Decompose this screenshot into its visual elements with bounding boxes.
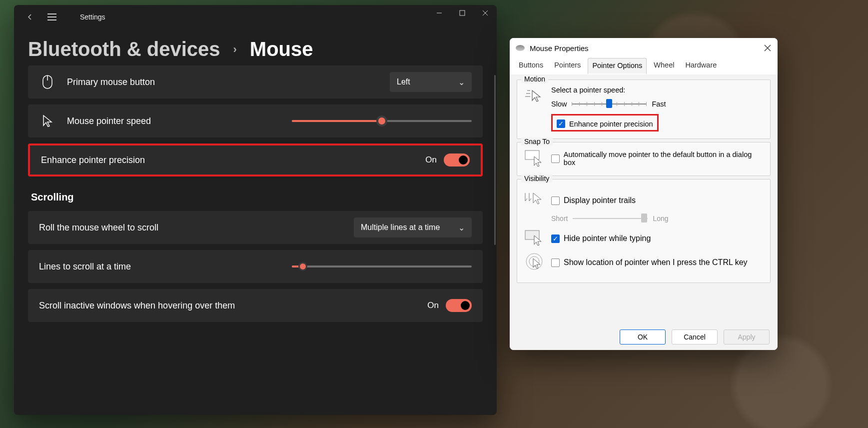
pointer-trails-icon [524,190,544,210]
snapto-label: Automatically move pointer to the defaul… [564,150,763,166]
cancel-button[interactable]: Cancel [672,330,718,344]
enhance-precision-highlight: Enhance pointer precision [551,114,659,132]
titlebar: Settings [14,5,497,29]
slow-label: Slow [551,100,567,108]
hide-typing-checkbox[interactable] [551,234,560,243]
dialog-title: Mouse Properties [530,44,589,52]
trails-slider [573,214,648,224]
primary-button-value: Left [397,78,410,86]
group-motion: Motion Select a pointer speed: Slow Fas [517,80,771,139]
roll-wheel-select[interactable]: Multiple lines at a time ⌄ [354,218,472,238]
trails-label: Display pointer trails [564,196,636,205]
pointer-motion-icon [524,86,544,106]
apply-button[interactable]: Apply [724,330,770,344]
maximize-button[interactable] [451,5,474,21]
group-motion-title: Motion [521,75,548,83]
tab-buttons[interactable]: Buttons [515,58,547,74]
trails-short-label: Short [551,214,568,222]
enhance-precision-checkbox[interactable] [557,120,565,128]
slider-thumb[interactable] [298,262,307,271]
roll-wheel-label: Roll the mouse wheel to scroll [39,222,343,233]
breadcrumb-current: Mouse [250,38,313,60]
tab-pointer-options[interactable]: Pointer Options [588,58,647,74]
primary-button-select[interactable]: Left ⌄ [390,72,472,92]
settings-window: Settings Bluetooth & devices › Mouse Pri… [14,5,497,415]
dialog-tabs: Buttons Pointers Pointer Options Wheel H… [510,58,778,74]
tab-wheel[interactable]: Wheel [650,58,678,74]
pointer-speed-select-label: Select a pointer speed: [551,86,763,94]
back-button[interactable] [24,11,36,23]
hide-typing-icon [524,228,544,248]
window-title: Settings [80,13,105,21]
minimize-button[interactable] [428,5,451,21]
scrollbar[interactable] [494,75,496,245]
primary-button-label: Primary mouse button [67,77,379,88]
snapto-icon [524,148,544,168]
scroll-inactive-label: Scroll inactive windows when hovering ov… [39,300,416,311]
ctrl-locate-checkbox[interactable] [551,258,560,267]
svg-rect-3 [525,150,539,160]
pointer-speed-label: Mouse pointer speed [67,116,281,126]
slider-thumb[interactable] [376,116,387,126]
close-button[interactable] [474,5,497,21]
hamburger-menu-icon[interactable] [46,11,58,23]
roll-wheel-value: Multiple lines at a time [361,223,440,232]
pointer-speed-dialog-slider[interactable] [572,99,647,109]
mouse-properties-dialog: Mouse Properties Buttons Pointers Pointe… [510,38,778,350]
ok-button[interactable]: OK [620,330,666,344]
cursor-icon [39,114,56,128]
dialog-footer: OK Cancel Apply [510,324,778,350]
row-roll-wheel: Roll the mouse wheel to scroll Multiple … [28,211,483,244]
slider-thumb[interactable] [606,99,612,108]
lines-scroll-label: Lines to scroll at a time [39,262,281,272]
group-snapto-title: Snap To [521,138,553,146]
chevron-right-icon: › [233,43,237,56]
enhance-precision-label: Enhance pointer precision [41,155,414,166]
chevron-down-icon: ⌄ [458,78,465,87]
dialog-close-button[interactable] [762,42,774,54]
group-visibility: Visibility Display pointer trails Short … [517,179,771,283]
group-visibility-title: Visibility [521,174,552,182]
scroll-inactive-toggle[interactable] [446,299,472,312]
mouse-icon [39,75,56,89]
enhance-precision-toggle[interactable] [444,154,470,166]
row-scroll-inactive: Scroll inactive windows when hovering ov… [28,289,483,322]
trails-long-label: Long [653,214,668,222]
row-primary-button: Primary mouse button Left ⌄ [28,66,483,98]
row-pointer-speed: Mouse pointer speed [28,104,483,138]
row-lines-scroll: Lines to scroll at a time [28,250,483,283]
scrolling-header: Scrolling [28,182,483,205]
ctrl-locate-label: Show location of pointer when I press th… [564,258,748,267]
dialog-titlebar: Mouse Properties [510,38,778,58]
group-snapto: Snap To Automatically move pointer to th… [517,142,771,176]
trails-checkbox[interactable] [551,196,560,205]
svg-rect-0 [460,10,465,16]
fast-label: Fast [652,100,666,108]
enhance-precision-state: On [425,155,437,165]
pointer-speed-slider[interactable] [292,120,472,122]
ctrl-locate-icon [524,252,544,272]
hide-typing-label: Hide pointer while typing [564,234,651,243]
lines-scroll-slider[interactable] [292,266,472,268]
enhance-precision-dialog-label: Enhance pointer precision [569,120,653,128]
breadcrumb: Bluetooth & devices › Mouse [14,29,497,66]
tab-hardware[interactable]: Hardware [681,58,721,74]
scroll-inactive-state: On [427,300,439,310]
row-enhance-precision: Enhance pointer precision On [28,144,483,176]
snapto-checkbox[interactable] [551,154,560,163]
chevron-down-icon: ⌄ [458,223,465,232]
breadcrumb-parent[interactable]: Bluetooth & devices [28,38,220,60]
mouse-dialog-icon [516,45,525,51]
tab-pointers[interactable]: Pointers [550,58,585,74]
